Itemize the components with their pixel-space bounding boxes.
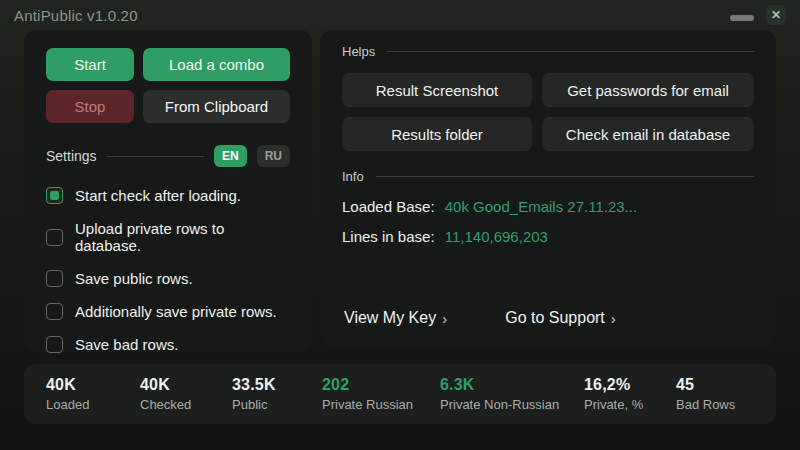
stat-label: Checked [140,397,232,412]
check-email-in-database-button[interactable]: Check email in database [542,117,754,151]
helps-info-panel: Helps Result Screenshot Get passwords fo… [320,30,776,278]
go-to-support-label: Go to Support [505,309,605,327]
minimize-icon[interactable] [730,15,754,21]
loaded-base-label: Loaded Base: [342,198,435,215]
checkbox-label: Save public rows. [75,270,193,287]
lines-in-base-value: 11,140,696,203 [445,228,548,245]
checkbox-icon [46,229,63,246]
stat-label: Private Non-Russian [440,397,584,412]
checkbox-additionally-save-private-rows[interactable]: Additionally save private rows. [46,303,290,320]
checkbox-label: Additionally save private rows. [75,303,277,320]
stat-bad-rows: 45 Bad Rows [676,376,735,412]
links-panel: View My Key › Go to Support › [320,289,776,347]
stat-value: 33.5K [232,376,322,394]
stat-private-russian: 202 Private Russian [322,376,440,412]
checkbox-icon [46,270,63,287]
app-title: AntiPublic v1.0.20 [14,7,138,24]
stat-value: 45 [676,376,735,394]
helps-section-header: Helps [342,44,754,59]
checkbox-start-check-after-loading[interactable]: Start check after loading. [46,187,290,204]
stat-value: 16,2% [584,376,676,394]
loaded-base-value: 40k Good_Emails 27.11.23... [445,198,637,215]
start-button[interactable]: Start [46,48,134,81]
get-passwords-for-email-button[interactable]: Get passwords for email [542,73,754,107]
checkbox-upload-private-rows[interactable]: Upload private rows to database. [46,220,290,254]
settings-label: Settings [46,148,97,164]
load-combo-button[interactable]: Load a combo [143,48,290,81]
checkbox-label: Save bad rows. [75,336,178,353]
stat-label: Loaded [46,397,140,412]
go-to-support-link[interactable]: Go to Support › [505,309,616,327]
lines-in-base-row: Lines in base: 11,140,696,203 [342,228,754,245]
info-divider [376,176,754,177]
titlebar: AntiPublic v1.0.20 ✕ [0,0,800,30]
window-controls: ✕ [730,5,786,25]
stat-label: Public [232,397,322,412]
stat-value: 40K [140,376,232,394]
stat-value: 202 [322,376,440,394]
lines-in-base-label: Lines in base: [342,228,435,245]
stat-label: Bad Rows [676,397,735,412]
checkbox-label: Start check after loading. [75,187,241,204]
stat-value: 6.3K [440,376,584,394]
stat-loaded: 40K Loaded [46,376,140,412]
helps-title: Helps [342,44,375,59]
checkbox-save-public-rows[interactable]: Save public rows. [46,270,290,287]
chevron-right-icon: › [442,310,447,327]
view-my-key-label: View My Key [344,309,436,327]
result-screenshot-button[interactable]: Result Screenshot [342,73,532,107]
checkbox-icon [46,303,63,320]
settings-divider [107,156,204,157]
checkbox-icon [46,336,63,353]
close-icon[interactable]: ✕ [766,5,786,25]
checkbox-save-bad-rows[interactable]: Save bad rows. [46,336,290,353]
stop-button[interactable]: Stop [46,90,134,123]
stat-checked: 40K Checked [140,376,232,412]
stat-value: 40K [46,376,140,394]
controls-panel: Start Load a combo Stop From Clipboard S… [24,30,312,352]
stat-label: Private Russian [322,397,440,412]
stat-private-percent: 16,2% Private, % [584,376,676,412]
info-section-header: Info [342,169,754,184]
language-toggle-en[interactable]: EN [214,145,247,167]
settings-checkbox-list: Start check after loading. Upload privat… [46,187,290,353]
stats-bar: 40K Loaded 40K Checked 33.5K Public 202 … [24,364,776,424]
settings-row: Settings EN RU [46,145,290,167]
checkbox-label: Upload private rows to database. [75,220,290,254]
loaded-base-row: Loaded Base: 40k Good_Emails 27.11.23... [342,198,754,215]
language-toggle-ru[interactable]: RU [257,145,290,167]
stat-private-non-russian: 6.3K Private Non-Russian [440,376,584,412]
view-my-key-link[interactable]: View My Key › [344,309,447,327]
info-title: Info [342,169,364,184]
stat-label: Private, % [584,397,676,412]
results-folder-button[interactable]: Results folder [342,117,532,151]
stat-public: 33.5K Public [232,376,322,412]
from-clipboard-button[interactable]: From Clipboard [143,90,290,123]
helps-divider [387,51,754,52]
chevron-right-icon: › [611,310,616,327]
checkbox-icon [46,187,63,204]
